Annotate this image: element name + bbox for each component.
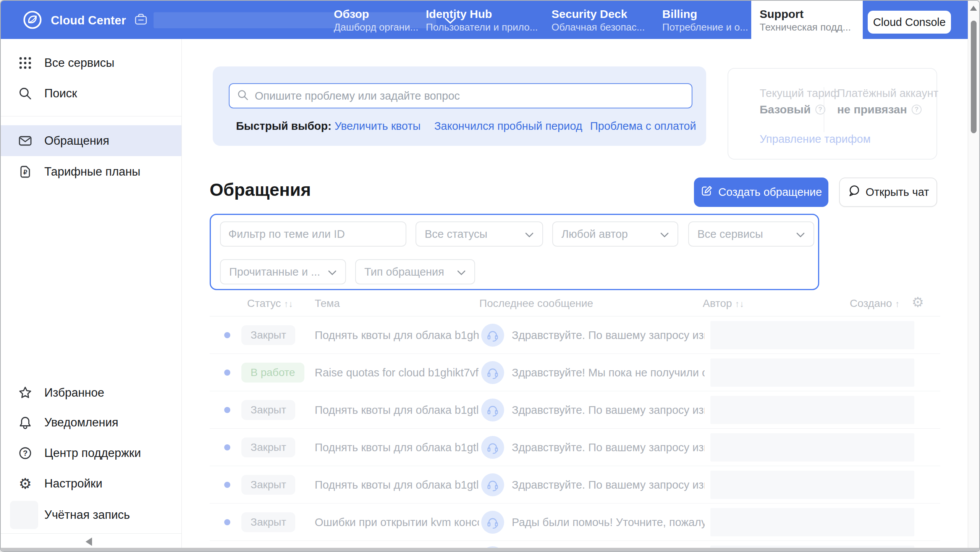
- status-filter-select[interactable]: Все статусы: [416, 221, 543, 247]
- column-header-author[interactable]: Автор↑↓: [703, 297, 744, 310]
- ticket-filters-panel: Все статусы Любой автор Все сервисы Проч…: [210, 214, 819, 290]
- create-ticket-button[interactable]: Создать обращение: [694, 178, 828, 207]
- cloud-console-button[interactable]: Cloud Console: [868, 11, 951, 34]
- support-agent-avatar: [481, 436, 504, 459]
- sidebar-item-search[interactable]: Поиск: [1, 78, 181, 109]
- star-icon: [18, 385, 33, 400]
- search-icon: [18, 86, 33, 101]
- sidebar-item-notifications[interactable]: Уведомления: [1, 407, 181, 438]
- scroll-up-arrow-icon[interactable]: [970, 6, 977, 11]
- redacted-author-created: [710, 471, 914, 499]
- sort-icon: ↑: [895, 299, 900, 309]
- bell-icon: [18, 415, 33, 430]
- support-search-input[interactable]: [255, 90, 685, 102]
- grid-icon: [18, 55, 33, 71]
- table-row[interactable]: Закрыт Ошибки при открытии kvm консоли Р…: [210, 504, 940, 541]
- support-agent-avatar: [481, 361, 504, 384]
- sidebar-item-favorites[interactable]: Избранное: [1, 378, 181, 408]
- question-circle-icon: ?: [18, 445, 33, 461]
- quick-link-payment-problem[interactable]: Проблема с оплатой: [590, 120, 696, 132]
- ticket-topic: Поднять квоты для облака b1gtl2k: [315, 441, 479, 454]
- author-filter-select[interactable]: Любой автор: [552, 221, 678, 247]
- table-row[interactable]: Закрыт Поднять квоты для облака b1gtl2k …: [210, 466, 940, 504]
- current-tariff-label: Текущий тариф: [760, 87, 839, 100]
- tab-billing[interactable]: Billing Потребление и о...: [654, 1, 751, 39]
- chevron-down-icon: [796, 228, 805, 240]
- unread-dot: [224, 370, 230, 376]
- topic-filter-input[interactable]: [228, 228, 398, 240]
- last-message-preview: Здравствуйте. По вашему запросу изме: [512, 404, 705, 416]
- headset-icon: [486, 441, 500, 454]
- chevron-down-icon: [660, 228, 669, 240]
- tab-security-deck[interactable]: Security Deck Облачная безопас...: [543, 1, 654, 39]
- sidebar-item-account[interactable]: Учётная запись: [1, 500, 181, 530]
- redacted-author-created: [710, 433, 914, 462]
- top-header: Cloud Center Обзор Дашборд органи...: [1, 1, 969, 39]
- service-filter-select[interactable]: Все сервисы: [688, 221, 814, 247]
- redacted-author-created: [710, 321, 914, 349]
- ruble-document-icon: ₽: [18, 164, 33, 179]
- tab-overview[interactable]: Обзор Дашборд органи...: [325, 1, 417, 39]
- last-message-preview: Здравствуйте! Мы пока не получили от: [512, 366, 705, 379]
- ticket-type-filter-select[interactable]: Тип обращения: [355, 259, 475, 284]
- tariff-divider: [824, 87, 824, 132]
- column-header-status[interactable]: Статус↑↓: [247, 297, 293, 310]
- sidebar-item-tickets[interactable]: Обращения: [1, 125, 181, 156]
- gear-icon: ⚙: [18, 476, 33, 491]
- last-message-preview: Рады были помочь! Уточните, пожалуйс: [512, 516, 705, 529]
- sort-icon: ↑↓: [735, 299, 744, 309]
- column-header-topic: Тема: [315, 297, 340, 310]
- sidebar-item-all-services[interactable]: Все сервисы: [1, 48, 181, 78]
- support-agent-avatar: [481, 473, 504, 496]
- unread-dot: [224, 332, 230, 338]
- table-row[interactable]: Закрыт Поднять квоты для облака b1gtl2k …: [210, 391, 940, 429]
- sidebar-item-settings[interactable]: ⚙ Настройки: [1, 468, 181, 499]
- read-state-filter-select[interactable]: Прочитанные и ...: [220, 259, 346, 284]
- table-row[interactable]: Закрыт Поднять квоты для облака b1gtl2k …: [210, 429, 940, 466]
- quick-link-trial-ended[interactable]: Закончился пробный период: [434, 120, 582, 132]
- unread-dot: [224, 444, 230, 450]
- topic-filter-field[interactable]: [220, 221, 406, 247]
- sidebar-item-pricing-plans[interactable]: ₽ Тарифные планы: [1, 157, 181, 187]
- open-chat-button[interactable]: Открыть чат: [839, 178, 937, 207]
- ticket-topic: Ошибки при открытии kvm консоли: [315, 516, 479, 529]
- support-search-box[interactable]: [229, 83, 692, 108]
- manage-tariff-link[interactable]: Управление тарифом: [760, 133, 871, 145]
- table-row[interactable]: В работе Raise quotas for cloud b1ghikt7…: [210, 354, 940, 391]
- tariff-panel: Текущий тариф Базовый ? Платёжный аккаун…: [728, 68, 937, 160]
- quick-link-increase-quotas[interactable]: Увеличить квоты: [335, 120, 420, 132]
- collapse-sidebar-button[interactable]: [86, 537, 92, 546]
- headset-icon: [486, 328, 500, 342]
- table-settings-gear-icon[interactable]: ⚙: [912, 294, 924, 310]
- vertical-scrollbar[interactable]: [968, 1, 979, 552]
- tab-support[interactable]: Support Техническая подд...: [751, 1, 863, 39]
- headset-icon: [486, 515, 500, 529]
- support-agent-avatar: [481, 324, 504, 347]
- status-badge: Закрыт: [241, 475, 295, 495]
- chevron-down-icon: [328, 266, 337, 278]
- envelope-icon: [18, 133, 33, 148]
- quick-pick-label: Быстрый выбор:: [236, 120, 332, 132]
- sidebar-divider: [1, 116, 181, 116]
- ticket-topic: Поднять квоты для облака b1ghikt7: [315, 329, 479, 342]
- svg-text:₽: ₽: [23, 169, 27, 176]
- last-message-preview: Здравствуйте. По вашему запросу изме: [512, 479, 705, 491]
- headset-icon: [486, 366, 500, 379]
- column-header-created[interactable]: Создано↑: [850, 297, 900, 310]
- page-title: Обращения: [210, 179, 311, 200]
- status-badge: Закрыт: [241, 512, 295, 532]
- tab-identity-hub[interactable]: Identity Hub Пользователи и прило...: [417, 1, 543, 39]
- table-row[interactable]: Закрыт Поднять квоты для облака b1ghikt7…: [210, 316, 940, 354]
- chevron-down-icon: [525, 228, 534, 240]
- headset-icon: [486, 478, 500, 492]
- billing-help-icon[interactable]: ?: [912, 105, 922, 115]
- unread-dot: [224, 519, 230, 525]
- brand-logo[interactable]: Cloud Center: [23, 10, 126, 31]
- unread-dot: [224, 482, 230, 488]
- chevron-down-icon: [457, 266, 466, 278]
- scrollbar-thumb[interactable]: [971, 21, 977, 133]
- current-tariff-value: Базовый ?: [760, 103, 825, 116]
- redacted-author-created: [710, 358, 914, 387]
- support-agent-avatar: [481, 511, 504, 534]
- sidebar-item-support-center[interactable]: ? Центр поддержки: [1, 438, 181, 468]
